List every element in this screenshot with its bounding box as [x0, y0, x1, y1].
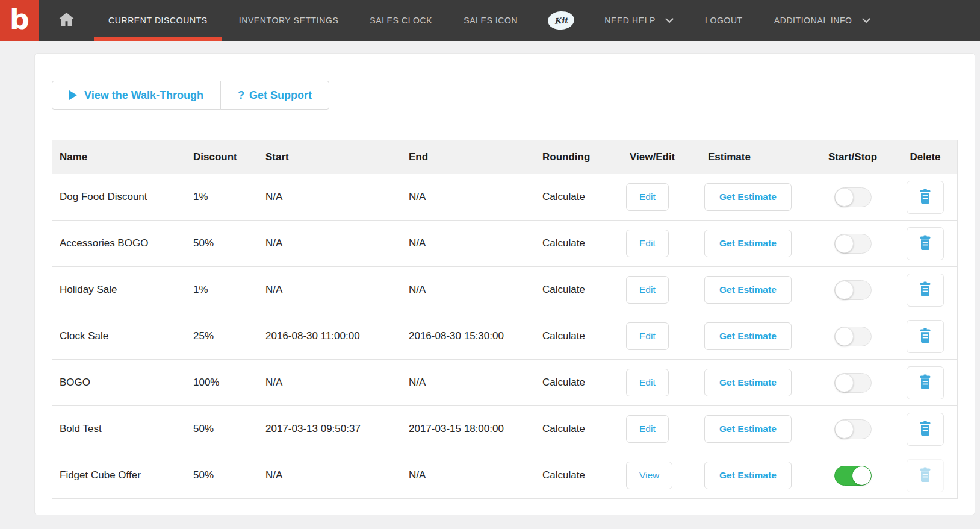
toggle-knob: [835, 327, 854, 346]
start-datetime: N/A: [258, 237, 402, 249]
start-stop-toggle[interactable]: [834, 419, 872, 439]
table-row: Dog Food Discount 1% N/A N/A Calculate E…: [52, 174, 957, 220]
discount-value: 1%: [186, 191, 258, 203]
trash-icon: [918, 467, 932, 484]
table-header-row: Name Discount Start End Rounding View/Ed…: [52, 140, 957, 174]
toggle-knob: [835, 374, 854, 392]
edit-button[interactable]: Edit: [626, 276, 669, 304]
view-button[interactable]: View: [626, 462, 672, 489]
nav-item-label: INVENTORY SETTINGS: [239, 16, 339, 25]
get-estimate-button[interactable]: Get Estimate: [704, 183, 792, 211]
discount-value: 50%: [186, 237, 258, 249]
edit-button[interactable]: Edit: [626, 415, 669, 443]
question-mark-icon: ?: [238, 89, 244, 102]
toggle-knob: [835, 188, 854, 207]
nav-item-label: SALES CLOCK: [370, 16, 432, 25]
get-estimate-button[interactable]: Get Estimate: [704, 276, 792, 304]
nav-item-inventory-settings[interactable]: INVENTORY SETTINGS: [223, 0, 355, 41]
nav-item-label: CURRENT DISCOUNTS: [108, 16, 208, 25]
main-content-card: View the Walk-Through ? Get Support Name…: [34, 53, 975, 515]
column-header-view-edit: View/Edit: [622, 151, 701, 163]
edit-button[interactable]: Edit: [626, 183, 669, 211]
nav-item-sales-icon[interactable]: SALES ICON: [448, 0, 533, 41]
discount-name: Fidget Cube Offer: [52, 469, 186, 481]
get-estimate-button[interactable]: Get Estimate: [704, 415, 792, 443]
help-toolbar: View the Walk-Through ? Get Support: [52, 81, 958, 110]
table-row: Clock Sale 25% 2016-08-30 11:00:00 2016-…: [52, 313, 957, 359]
discount-value: 25%: [186, 330, 258, 342]
discount-value: 100%: [186, 377, 258, 389]
rounding-value: Calculate: [535, 469, 622, 481]
start-stop-toggle[interactable]: [834, 280, 872, 300]
column-header-delete: Delete: [893, 151, 957, 163]
rounding-value: Calculate: [535, 191, 622, 203]
start-datetime: 2017-03-13 09:50:37: [258, 423, 402, 435]
trash-icon: [918, 281, 932, 299]
trash-icon: [918, 328, 932, 345]
end-datetime: 2016-08-30 15:30:00: [402, 330, 535, 342]
end-datetime: N/A: [402, 377, 535, 389]
start-datetime: N/A: [258, 191, 402, 203]
edit-button[interactable]: Edit: [626, 369, 669, 396]
discount-value: 1%: [186, 284, 258, 296]
toggle-knob: [852, 466, 871, 485]
trash-icon: [918, 235, 932, 252]
start-stop-toggle[interactable]: [834, 373, 872, 393]
nav-kit-badge[interactable]: Kit: [533, 0, 589, 41]
get-estimate-button[interactable]: Get Estimate: [704, 369, 792, 396]
rounding-value: Calculate: [535, 237, 622, 249]
delete-button[interactable]: [907, 181, 944, 214]
start-stop-toggle[interactable]: [834, 466, 872, 486]
brand-logo-glyph: b: [10, 5, 29, 33]
nav-item-additional-info[interactable]: ADDITIONAL INFO: [758, 0, 886, 41]
get-estimate-button[interactable]: Get Estimate: [704, 322, 792, 350]
nav-item-sales-clock[interactable]: SALES CLOCK: [354, 0, 448, 41]
column-header-start-stop: Start/Stop: [812, 151, 893, 163]
delete-button[interactable]: [907, 227, 944, 260]
delete-button[interactable]: [907, 274, 944, 307]
table-row: Holiday Sale 1% N/A N/A Calculate Edit G…: [52, 266, 957, 313]
delete-button[interactable]: [907, 413, 944, 446]
brand-logo[interactable]: b: [0, 0, 39, 41]
nav-item-label: SALES ICON: [464, 16, 518, 25]
trash-icon: [918, 189, 932, 206]
view-walkthrough-label: View the Walk-Through: [84, 89, 203, 102]
table-row: Fidget Cube Offer 50% N/A N/A Calculate …: [52, 452, 957, 498]
edit-button[interactable]: Edit: [626, 230, 669, 257]
discount-name: Bold Test: [52, 423, 186, 435]
discount-value: 50%: [186, 469, 258, 481]
edit-button[interactable]: Edit: [626, 322, 669, 350]
discount-name: BOGO: [52, 377, 186, 389]
get-support-button[interactable]: ? Get Support: [220, 81, 329, 110]
column-header-discount: Discount: [186, 151, 258, 163]
toggle-knob: [835, 281, 854, 299]
start-stop-toggle[interactable]: [834, 234, 872, 254]
delete-button[interactable]: [907, 459, 944, 492]
end-datetime: N/A: [402, 284, 535, 296]
play-icon: [69, 90, 77, 100]
get-estimate-button[interactable]: Get Estimate: [704, 230, 792, 257]
delete-button[interactable]: [907, 366, 944, 399]
view-walkthrough-button[interactable]: View the Walk-Through: [52, 81, 221, 110]
toggle-knob: [835, 234, 854, 253]
nav-item-label: ADDITIONAL INFO: [774, 16, 852, 25]
discount-name: Clock Sale: [52, 330, 186, 342]
nav-item-current-discounts[interactable]: CURRENT DISCOUNTS: [93, 0, 223, 41]
delete-button[interactable]: [907, 320, 944, 353]
column-header-name: Name: [52, 151, 186, 163]
end-datetime: N/A: [402, 237, 535, 249]
column-header-start: Start: [258, 151, 402, 163]
get-support-label: Get Support: [249, 89, 312, 102]
nav-item-need-help[interactable]: NEED HELP: [589, 0, 689, 41]
nav-item-home[interactable]: [39, 0, 93, 41]
nav-item-label: LOGOUT: [705, 16, 743, 25]
start-stop-toggle[interactable]: [834, 187, 872, 207]
rounding-value: Calculate: [535, 330, 622, 342]
start-stop-toggle[interactable]: [834, 327, 872, 346]
get-estimate-button[interactable]: Get Estimate: [704, 462, 792, 489]
nav-item-logout[interactable]: LOGOUT: [689, 0, 758, 41]
home-icon: [58, 12, 75, 29]
discounts-table: Name Discount Start End Rounding View/Ed…: [52, 140, 958, 499]
rounding-value: Calculate: [535, 423, 622, 435]
column-header-rounding: Rounding: [535, 151, 622, 163]
